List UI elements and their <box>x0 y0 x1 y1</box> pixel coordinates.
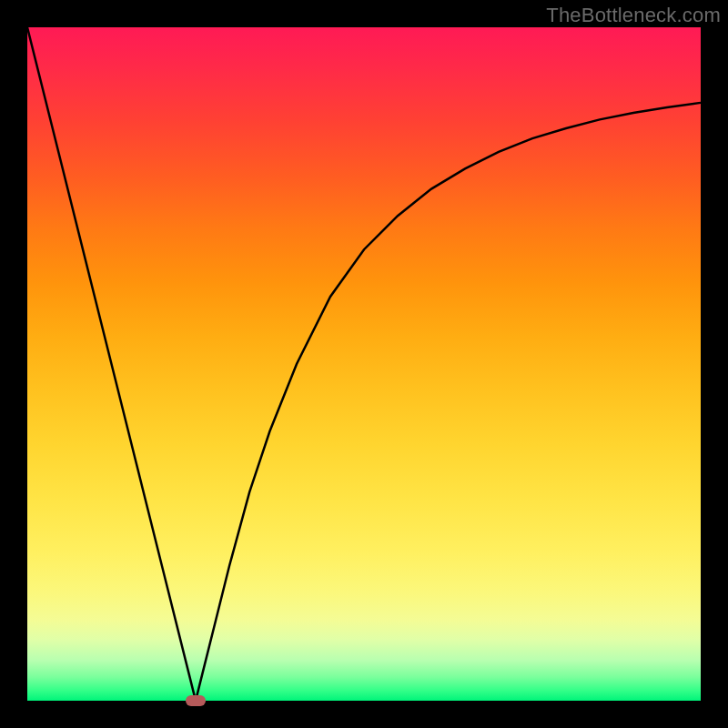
plot-area <box>27 27 701 701</box>
chart-frame: TheBottleneck.com <box>0 0 728 728</box>
watermark-text: TheBottleneck.com <box>546 4 721 27</box>
bottleneck-curve <box>27 27 701 701</box>
minimum-marker <box>186 695 206 706</box>
curve-svg <box>27 27 701 701</box>
